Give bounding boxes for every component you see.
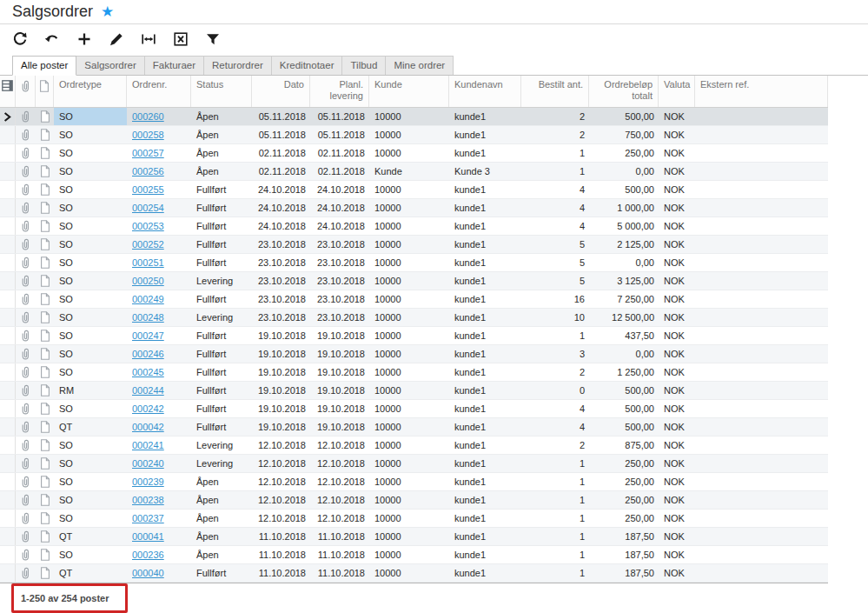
table-row[interactable]: RM000244Fullført19.10.201819.10.20181000…	[0, 382, 828, 400]
attachment-cell[interactable]	[16, 217, 36, 235]
table-row[interactable]: SO000246Fullført19.10.201819.10.20181000…	[0, 345, 828, 363]
order-link[interactable]: 000244	[132, 385, 164, 396]
attachment-cell[interactable]	[16, 236, 36, 253]
export-to-excel-button[interactable]	[168, 28, 194, 50]
notes-cell[interactable]	[36, 199, 54, 217]
order-link[interactable]: 000040	[132, 568, 164, 578]
table-row[interactable]: SO000250Levering23.10.201823.10.20181000…	[0, 272, 828, 290]
notes-cell[interactable]	[36, 181, 54, 198]
attachment-cell[interactable]	[16, 254, 36, 271]
undo-button[interactable]	[39, 28, 65, 50]
table-row[interactable]: SO000248Levering23.10.201823.10.20181000…	[0, 309, 828, 327]
attachment-cell[interactable]	[16, 418, 36, 436]
order-link[interactable]: 000258	[132, 130, 164, 140]
table-row[interactable]: SO000241Levering12.10.201812.10.20181000…	[0, 436, 828, 455]
notes-cell[interactable]	[36, 473, 54, 490]
notes-cell[interactable]	[36, 163, 54, 180]
order-link[interactable]: 000260	[132, 111, 164, 122]
notes-cell[interactable]	[36, 382, 54, 399]
order-link[interactable]: 000236	[132, 550, 164, 560]
attachment-cell[interactable]	[16, 345, 36, 363]
table-row[interactable]: SO000257Åpen02.11.201802.11.201810000kun…	[0, 144, 828, 163]
attachment-cell[interactable]	[16, 272, 36, 290]
table-row[interactable]: SO000251Fullført23.10.201823.10.20181000…	[0, 254, 828, 272]
notes-cell[interactable]	[36, 327, 54, 344]
order-link[interactable]: 000246	[132, 349, 164, 359]
attachment-cell[interactable]	[16, 546, 36, 563]
attachment-cell[interactable]	[16, 491, 36, 509]
column-header-marker[interactable]	[0, 76, 16, 107]
table-row[interactable]: SO000245Fullført19.10.201819.10.20181000…	[0, 363, 828, 382]
order-link[interactable]: 000254	[132, 203, 164, 213]
attachment-cell[interactable]	[16, 108, 36, 125]
column-header-planned[interactable]: Planl. levering	[310, 76, 369, 107]
attachment-cell[interactable]	[16, 126, 36, 143]
column-header-total[interactable]: Ordrebeløp totalt	[589, 76, 659, 107]
order-link[interactable]: 000242	[132, 403, 164, 414]
attachment-cell[interactable]	[16, 510, 36, 527]
filter-button[interactable]	[200, 28, 226, 50]
table-row[interactable]: QT000042Fullført19.10.201819.10.20181000…	[0, 418, 828, 436]
order-link[interactable]: 000238	[132, 495, 164, 505]
order-link[interactable]: 000255	[132, 184, 164, 195]
notes-cell[interactable]	[36, 400, 54, 417]
table-row[interactable]: SO000258Åpen05.11.201805.11.201810000kun…	[0, 126, 828, 144]
notes-cell[interactable]	[36, 254, 54, 271]
attachment-cell[interactable]	[16, 528, 36, 545]
attachment-cell[interactable]	[16, 309, 36, 326]
attachment-cell[interactable]	[16, 363, 36, 381]
table-row[interactable]: SO000238Åpen12.10.201812.10.201810000kun…	[0, 491, 828, 510]
order-link[interactable]: 000257	[132, 148, 164, 158]
column-header-order[interactable]: Ordrenr.	[127, 76, 191, 107]
notes-cell[interactable]	[36, 418, 54, 436]
order-link[interactable]: 000247	[132, 330, 164, 341]
table-row[interactable]: SO000260Åpen05.11.201805.11.201810000kun…	[0, 108, 828, 126]
column-header-clip[interactable]	[16, 76, 36, 107]
notes-cell[interactable]	[36, 510, 54, 527]
order-link[interactable]: 000251	[132, 257, 164, 268]
order-link[interactable]: 000239	[132, 476, 164, 487]
order-link[interactable]: 000237	[132, 513, 164, 523]
tab-alle-poster[interactable]: Alle poster	[12, 56, 76, 76]
attachment-cell[interactable]	[16, 455, 36, 472]
order-link[interactable]: 000041	[132, 531, 164, 542]
table-row[interactable]: SO000252Fullført23.10.201823.10.20181000…	[0, 236, 828, 254]
table-row[interactable]: SO000256Åpen02.11.201802.11.2018KundeKun…	[0, 163, 828, 181]
tab-salgsordrer[interactable]: Salgsordrer	[76, 56, 144, 75]
table-row[interactable]: SO000255Fullført24.10.201824.10.20181000…	[0, 181, 828, 199]
column-header-ext[interactable]: Ekstern ref.	[695, 76, 828, 107]
attachment-cell[interactable]	[16, 290, 36, 308]
order-link[interactable]: 000245	[132, 367, 164, 377]
table-row[interactable]: SO000253Fullført24.10.201824.10.20181000…	[0, 217, 828, 236]
order-link[interactable]: 000253	[132, 221, 164, 231]
table-row[interactable]: SO000247Fullført19.10.201819.10.20181000…	[0, 327, 828, 345]
tab-returordrer[interactable]: Returordrer	[203, 56, 272, 75]
notes-cell[interactable]	[36, 126, 54, 143]
add-button[interactable]	[71, 28, 97, 50]
table-row[interactable]: SO000254Fullført24.10.201824.10.20181000…	[0, 199, 828, 217]
order-link[interactable]: 000249	[132, 294, 164, 304]
order-link[interactable]: 000252	[132, 239, 164, 250]
attachment-cell[interactable]	[16, 199, 36, 217]
notes-cell[interactable]	[36, 528, 54, 545]
tab-fakturaer[interactable]: Fakturaer	[144, 56, 204, 75]
notes-cell[interactable]	[36, 236, 54, 253]
notes-cell[interactable]	[36, 546, 54, 563]
attachment-cell[interactable]	[16, 144, 36, 162]
refresh-button[interactable]	[7, 28, 33, 50]
attachment-cell[interactable]	[16, 473, 36, 490]
attachment-cell[interactable]	[16, 400, 36, 417]
notes-cell[interactable]	[36, 144, 54, 162]
column-header-status[interactable]: Status	[191, 76, 252, 107]
notes-cell[interactable]	[36, 345, 54, 363]
notes-cell[interactable]	[36, 217, 54, 235]
column-header-name[interactable]: Kundenavn	[449, 76, 521, 107]
table-row[interactable]: QT000040Fullført11.10.201811.10.20181000…	[0, 564, 828, 583]
column-header-type[interactable]: Ordretype	[54, 76, 127, 107]
attachment-cell[interactable]	[16, 564, 36, 582]
table-row[interactable]: SO000237Åpen12.10.201812.10.201810000kun…	[0, 510, 828, 528]
table-row[interactable]: SO000240Levering12.10.201812.10.20181000…	[0, 455, 828, 473]
notes-cell[interactable]	[36, 491, 54, 509]
order-link[interactable]: 000042	[132, 422, 164, 432]
notes-cell[interactable]	[36, 108, 54, 125]
